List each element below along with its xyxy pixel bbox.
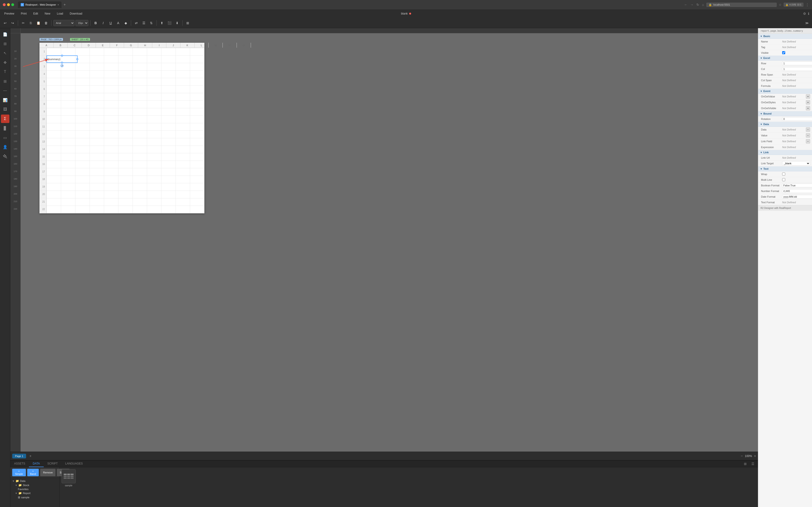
- menu-item-new[interactable]: New: [43, 11, 52, 16]
- cell-r19-c3[interactable]: [75, 183, 90, 191]
- ongetvalue-edit-button[interactable]: +: [806, 94, 810, 99]
- cell-r11-c7[interactable]: [133, 123, 147, 131]
- cell-r16-c11[interactable]: [190, 161, 204, 168]
- linkfield-edit-button[interactable]: −: [806, 139, 810, 144]
- cell-r10-c11[interactable]: [190, 116, 204, 123]
- cell-r9-c8[interactable]: [147, 108, 161, 116]
- cell-r22-c6[interactable]: [118, 206, 133, 213]
- cell-r17-c9[interactable]: [161, 168, 176, 176]
- info-icon[interactable]: ℹ: [808, 12, 809, 15]
- cell-r2-c11[interactable]: [190, 56, 204, 63]
- cell-r10-c2[interactable]: [61, 116, 75, 123]
- italic-button[interactable]: I: [100, 20, 106, 26]
- align-left-button[interactable]: ⇄: [133, 20, 140, 26]
- cell-r5-c2[interactable]: [61, 78, 75, 86]
- cell-r15-c1[interactable]: [47, 153, 61, 161]
- cell-r14-c4[interactable]: [90, 146, 104, 153]
- cell-r10-c10[interactable]: [176, 116, 190, 123]
- table-tool-button[interactable]: ⊞: [1, 77, 9, 86]
- cell-r5-c1[interactable]: [47, 78, 61, 86]
- linktarget-select[interactable]: _blank _self _parent _top: [782, 161, 810, 165]
- text-tool-button[interactable]: T: [1, 68, 9, 76]
- cell-r20-c1[interactable]: [47, 191, 61, 199]
- cell-r3-c3[interactable]: [75, 63, 90, 71]
- cell-r11-c1[interactable]: [47, 123, 61, 131]
- cell-r15-c5[interactable]: [104, 153, 118, 161]
- cell-r15-c3[interactable]: [75, 153, 90, 161]
- cell-r5-c5[interactable]: [104, 78, 118, 86]
- dateformat-input[interactable]: [782, 195, 812, 199]
- cell-r16-c7[interactable]: [133, 161, 147, 168]
- paste-button[interactable]: 📋: [35, 20, 42, 26]
- cell-r15-c7[interactable]: [133, 153, 147, 161]
- cell-r12-c11[interactable]: [190, 131, 204, 138]
- panel-list-button[interactable]: ☰: [750, 460, 756, 467]
- cell-r4-c8[interactable]: [147, 71, 161, 78]
- cell-r3-c9[interactable]: [161, 63, 176, 71]
- cell-r1-c7[interactable]: [133, 48, 147, 56]
- cell-r22-c1[interactable]: [47, 206, 61, 213]
- underline-button[interactable]: U: [107, 20, 114, 26]
- sample-data-item[interactable]: sample: [61, 469, 75, 487]
- cell-r5-c10[interactable]: [176, 78, 190, 86]
- cell-r11-c4[interactable]: [90, 123, 104, 131]
- numberformat-input[interactable]: [782, 189, 812, 193]
- cell-r20-c2[interactable]: [61, 191, 75, 199]
- cell-r19-c6[interactable]: [118, 183, 133, 191]
- cell-r7-c1[interactable]: [47, 93, 61, 101]
- bold-button[interactable]: B: [92, 20, 99, 26]
- cell-r8-c6[interactable]: [118, 101, 133, 108]
- cell-r12-c9[interactable]: [161, 131, 176, 138]
- cell-r16-c4[interactable]: [90, 161, 104, 168]
- cell-r17-c4[interactable]: [90, 168, 104, 176]
- cell-r8-c9[interactable]: [161, 101, 176, 108]
- cell-r12-c8[interactable]: [147, 131, 161, 138]
- cell-r22-c2[interactable]: [61, 206, 75, 213]
- minimize-window-button[interactable]: [7, 3, 10, 6]
- cell-r1-c2[interactable]: [61, 48, 75, 56]
- languages-tab[interactable]: LANGUAGES: [61, 460, 87, 467]
- cell-r19-c1[interactable]: [47, 183, 61, 191]
- cell-r17-c8[interactable]: [147, 168, 161, 176]
- cell-r20-c8[interactable]: [147, 191, 161, 199]
- cell-r15-c11[interactable]: [190, 153, 204, 161]
- cell-r19-c9[interactable]: [161, 183, 176, 191]
- settings-icon[interactable]: ⚙: [803, 12, 806, 15]
- cell-r3-c6[interactable]: [118, 63, 133, 71]
- cell-r14-c8[interactable]: [147, 146, 161, 153]
- cell-r20-c4[interactable]: [90, 191, 104, 199]
- cell-r16-c3[interactable]: [75, 161, 90, 168]
- cell-r10-c9[interactable]: [161, 116, 176, 123]
- cell-r11-c10[interactable]: [176, 123, 190, 131]
- cell-r16-c5[interactable]: [104, 161, 118, 168]
- cell-r17-c10[interactable]: [176, 168, 190, 176]
- cell-r6-c11[interactable]: [190, 86, 204, 93]
- tab-close-button[interactable]: ×: [58, 3, 59, 6]
- bound-section-header[interactable]: ▼ Bound: [758, 111, 812, 116]
- report-tool-button[interactable]: 📄: [1, 30, 9, 39]
- align-center-button[interactable]: ☰: [141, 20, 147, 26]
- cell-r16-c2[interactable]: [61, 161, 75, 168]
- cell-r13-c9[interactable]: [161, 138, 176, 146]
- cell-r8-c2[interactable]: [61, 101, 75, 108]
- report-folder[interactable]: ▼ 📁 Report: [14, 491, 58, 495]
- cell-r8-c7[interactable]: [133, 101, 147, 108]
- cell-r5-c7[interactable]: [133, 78, 147, 86]
- maximize-window-button[interactable]: [11, 3, 14, 6]
- cell-r15-c4[interactable]: [90, 153, 104, 161]
- menu-item-edit[interactable]: Edit: [32, 11, 40, 16]
- cell-r7-c2[interactable]: [61, 93, 75, 101]
- cell-r1-c3[interactable]: [75, 48, 90, 56]
- cell-r4-c9[interactable]: [161, 71, 176, 78]
- cell-r12-c7[interactable]: [133, 131, 147, 138]
- panel-expand-button[interactable]: ⊞: [742, 460, 749, 467]
- cell-r1-c10[interactable]: [176, 48, 190, 56]
- cell-r13-c5[interactable]: [104, 138, 118, 146]
- cell-r2-c4[interactable]: [90, 56, 104, 63]
- cell-r11-c2[interactable]: [61, 123, 75, 131]
- text-section-header[interactable]: ▼ Text: [758, 166, 812, 171]
- line-tool-button[interactable]: —: [1, 87, 9, 95]
- cell-r17-c3[interactable]: [75, 168, 90, 176]
- rotation-input[interactable]: [782, 117, 812, 121]
- cell-r16-c8[interactable]: [147, 161, 161, 168]
